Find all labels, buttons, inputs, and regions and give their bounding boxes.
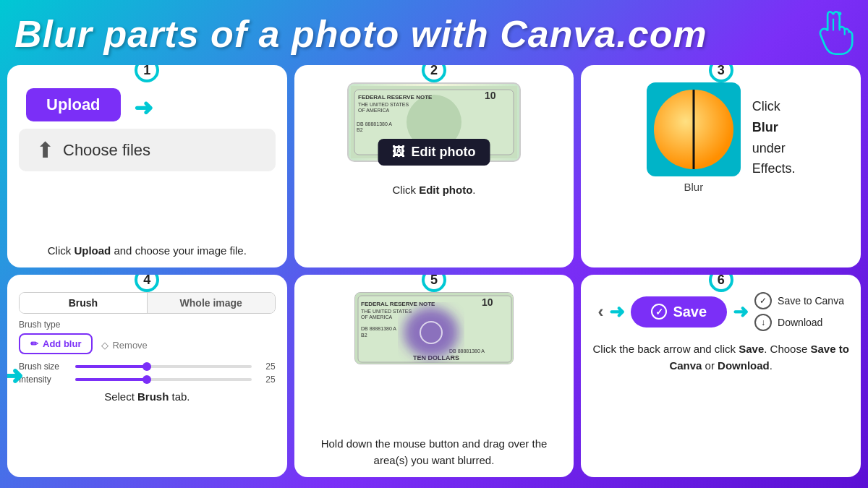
step-4-desc: Select Brush tab. [104, 389, 190, 406]
step-5-banknote: FEDERAL RESERVE NOTE THE UNITED STATES O… [354, 292, 514, 364]
orange-line [692, 90, 694, 169]
hand-pointer-icon [803, 7, 854, 61]
arrow-cyan-right-icon: ➜ [609, 301, 625, 323]
svg-text:DB 88881380 A: DB 88881380 A [357, 121, 392, 127]
svg-text:B2: B2 [357, 127, 363, 132]
orange-circle [654, 90, 733, 169]
step-3-text: Click Blur under Effects. [752, 96, 796, 179]
page-title: Blur parts of a photo with Canva.com [14, 12, 707, 56]
svg-text:10: 10 [485, 90, 496, 101]
step-2-img-area: FEDERAL RESERVE NOTE THE UNITED STATES O… [306, 82, 563, 162]
step-6-card: 6 ‹ ➜ ✓ Save ➜ ✓ Save to Canva ↓ Dow [581, 275, 861, 477]
blur-label: Blur [684, 181, 703, 193]
save-canva-label: Save to Canva [778, 295, 844, 307]
svg-point-4 [838, 12, 841, 15]
brush-size-thumb[interactable] [142, 362, 151, 371]
brush-size-row: Brush size 25 [19, 361, 276, 372]
step-1-number: 1 [135, 65, 159, 82]
intensity-fill [75, 378, 145, 381]
svg-text:DB 88881380 A: DB 88881380 A [449, 348, 485, 354]
back-arrow-icon[interactable]: ‹ [597, 301, 603, 322]
orange-image [647, 82, 741, 176]
arrow-right-icon: ➜ [134, 94, 153, 121]
save-to-canva-option[interactable]: ✓ Save to Canva [754, 292, 844, 309]
brush-type-label: Brush type [19, 320, 276, 330]
brush-size-fill [75, 365, 145, 368]
svg-text:DB 88881380 A: DB 88881380 A [361, 326, 396, 331]
effects-text: Effects. [752, 161, 796, 176]
step-5-card: 5 FEDERAL RESERVE NOTE THE UNITED STATES… [294, 275, 574, 477]
step-1-desc: Click Upload and choose your image file. [48, 243, 247, 260]
click-text: Click [752, 99, 780, 114]
svg-point-26 [404, 307, 459, 358]
intensity-thumb[interactable] [142, 375, 151, 384]
brush-size-label: Brush size [19, 361, 69, 372]
intensity-label: Intensity [19, 374, 69, 385]
svg-text:THE UNITED STATES: THE UNITED STATES [361, 309, 412, 314]
svg-text:FEDERAL RESERVE NOTE: FEDERAL RESERVE NOTE [358, 94, 433, 100]
arrow-left-icon: ➜ [7, 361, 23, 391]
step-1-card: 1 Upload ➜ ⬆ Choose files Click Upload a… [7, 65, 287, 267]
step-3-number: 3 [709, 65, 733, 82]
download-label: Download [778, 317, 822, 328]
step-3-content: Blur Click Blur under Effects. [592, 82, 849, 193]
step-6-content: ‹ ➜ ✓ Save ➜ ✓ Save to Canva ↓ Download [592, 292, 849, 337]
download-option[interactable]: ↓ Download [754, 314, 844, 331]
save-label: Save [673, 304, 707, 320]
svg-text:FEDERAL RESERVE NOTE: FEDERAL RESERVE NOTE [361, 301, 435, 307]
under-text: under [752, 141, 786, 155]
brush-size-track[interactable] [75, 365, 252, 368]
step-2-number: 2 [422, 65, 446, 82]
svg-text:B2: B2 [361, 333, 367, 338]
intensity-value: 25 [258, 374, 276, 385]
save-options: ✓ Save to Canva ↓ Download [754, 292, 844, 331]
save-button[interactable]: ✓ Save [631, 296, 727, 328]
step-4-content: Brush Whole image Brush type ✏ Add blur … [19, 292, 276, 385]
brush-size-value: 25 [258, 361, 276, 372]
tab-brush[interactable]: Brush [20, 293, 148, 313]
step-1-content: Upload ➜ ⬆ Choose files [19, 82, 276, 171]
svg-text:OF AMERICA: OF AMERICA [361, 314, 393, 320]
remove-button[interactable]: ◇ Remove [101, 340, 147, 351]
orange-bg [647, 82, 741, 176]
tab-bar: Brush Whole image [19, 292, 276, 314]
save-row: ‹ ➜ ✓ Save ➜ ✓ Save to Canva ↓ Download [597, 292, 844, 331]
step-5-desc: Hold down the mouse button and drag over… [306, 436, 563, 468]
download-icon: ↓ [754, 314, 772, 331]
checkmark-icon: ✓ [651, 304, 667, 320]
upload-button[interactable]: Upload [26, 88, 121, 121]
upload-cloud-icon: ⬆ [36, 137, 54, 163]
step-3-card: 3 Blur Click Blur under Effects. [581, 65, 861, 267]
step-6-desc: Click the back arrow and click Save. Cho… [592, 341, 849, 374]
add-blur-button[interactable]: ✏ Add blur [19, 333, 93, 354]
step-4-number: 4 [135, 275, 159, 292]
blur-bold: Blur [752, 120, 778, 134]
steps-grid: 1 Upload ➜ ⬆ Choose files Click Upload a… [0, 65, 868, 484]
diamond-icon: ◇ [101, 340, 109, 351]
intensity-track[interactable] [75, 378, 252, 381]
image-edit-icon: 🖼 [392, 145, 405, 160]
header: Blur parts of a photo with Canva.com [0, 0, 868, 65]
step-1-row: Upload ➜ [19, 88, 276, 127]
step-2-desc: Click Edit photo. [392, 182, 475, 199]
svg-text:OF AMERICA: OF AMERICA [358, 108, 390, 113]
tab-whole-image[interactable]: Whole image [148, 293, 275, 313]
svg-text:THE UNITED STATES: THE UNITED STATES [358, 102, 409, 107]
choose-files-box[interactable]: ⬆ Choose files [19, 129, 276, 171]
save-canva-icon: ✓ [754, 292, 772, 309]
step-6-number: 6 [709, 275, 733, 292]
choose-files-label: Choose files [63, 141, 150, 160]
edit-photo-button[interactable]: 🖼 Edit photo [378, 139, 490, 166]
step-4-card: 4 ➜ Brush Whole image Brush type ✏ Add b… [7, 275, 287, 477]
step-5-number: 5 [422, 275, 446, 292]
brush-buttons: ✏ Add blur ◇ Remove [19, 333, 276, 357]
step-2-card: 2 FEDERAL RESERVE NOTE THE UNITED STATES… [294, 65, 574, 267]
edit-icon: ✏ [30, 338, 38, 349]
intensity-row: Intensity 25 [19, 374, 276, 385]
svg-text:10: 10 [482, 296, 493, 308]
arrow-right2-icon: ➜ [733, 301, 749, 323]
